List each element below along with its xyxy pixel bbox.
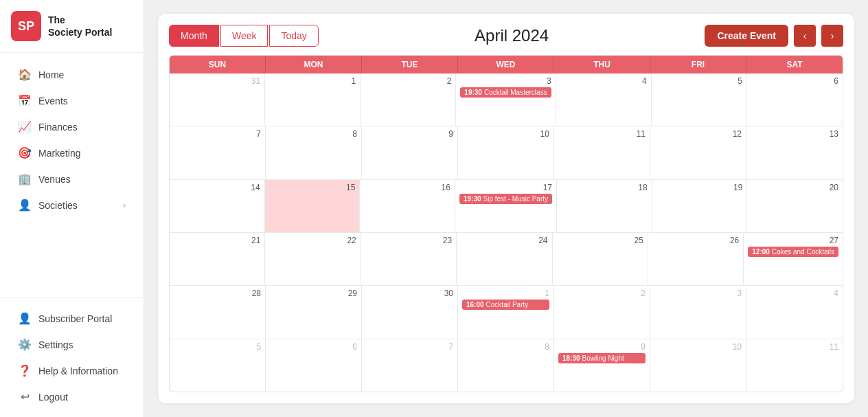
finances-icon: 📈 (18, 120, 32, 133)
calendar-day-cell[interactable]: 4 (746, 286, 843, 338)
calendar-day-cell[interactable]: 7 (362, 339, 458, 392)
calendar-day-cell[interactable]: 3 (650, 286, 746, 338)
calendar-day-cell[interactable]: 918:30Bowling Night (554, 339, 650, 392)
sidebar-bottom: 👤 Subscriber Portal⚙️ Settings❓ Help & I… (0, 297, 144, 417)
calendar-day-cell[interactable]: 24 (457, 233, 552, 285)
calendar-day-cell[interactable]: 1 (265, 74, 361, 126)
calendar-day-cell[interactable]: 8 (266, 126, 362, 179)
create-event-button[interactable]: Create Event (705, 25, 788, 47)
view-buttons: MonthWeekToday (169, 25, 319, 47)
view-btn-week[interactable]: Week (220, 25, 269, 47)
calendar-day-cell[interactable]: 2712:00Cakes and Cocktails (744, 233, 843, 285)
calendar-day-cell[interactable]: 13 (746, 126, 843, 179)
calendar-day-cell[interactable]: 29 (266, 286, 362, 338)
day-number: 13 (751, 129, 838, 139)
logout-icon: ↩ (18, 390, 32, 403)
day-number: 1 (269, 76, 356, 86)
calendar-day-cell[interactable]: 2 (361, 74, 456, 126)
day-number: 19 (656, 183, 743, 192)
event-time: 18:30 (562, 354, 580, 362)
calendar-day-cell[interactable]: 319:30Cocktail Masterclass (456, 74, 556, 126)
sidebar-nav: 🏠 Home 📅 Events 📈 Finances 🎯 Marketing 🏢… (0, 53, 144, 297)
event-pill[interactable]: 19:30Cocktail Masterclass (460, 87, 551, 98)
week-row-0: 3112319:30Cocktail Masterclass456 (170, 74, 843, 126)
calendar-day-cell[interactable]: 28 (170, 286, 266, 338)
calendar-day-cell[interactable]: 14 (170, 180, 265, 232)
calendar-day-cell[interactable]: 8 (458, 339, 554, 392)
sidebar-bottom-subscriber-portal[interactable]: 👤 Subscriber Portal (5, 306, 138, 331)
calendar-header: MonthWeekToday April 2024 Create Event ‹… (169, 25, 843, 47)
sidebar-bottom-settings[interactable]: ⚙️ Settings (5, 332, 138, 357)
view-btn-month[interactable]: Month (169, 25, 219, 47)
event-pill[interactable]: 18:30Bowling Night (558, 353, 646, 363)
day-number: 1 (462, 289, 549, 298)
calendar-day-cell[interactable]: 5 (652, 74, 747, 126)
day-number: 18 (561, 183, 648, 192)
calendar-day-cell[interactable]: 10 (458, 126, 554, 179)
calendar-day-cell[interactable]: 2 (554, 286, 650, 338)
sidebar-item-societies[interactable]: 👤 Societies › (5, 192, 138, 218)
event-pill[interactable]: 12:00Cakes and Cocktails (748, 247, 838, 257)
day-number: 11 (558, 129, 646, 139)
calendar-day-cell[interactable]: 1719:30Sip fest - Music Party (455, 180, 557, 232)
calendar-day-cell[interactable]: 16 (360, 180, 455, 232)
calendar-day-cell[interactable]: 30 (362, 286, 458, 338)
day-number: 31 (174, 76, 260, 86)
nav-label-events: Events (38, 95, 68, 106)
calendar-day-cell[interactable]: 23 (361, 233, 457, 285)
day-number: 7 (174, 129, 261, 139)
day-number: 5 (656, 76, 742, 86)
calendar-day-cell[interactable]: 4 (556, 74, 652, 126)
week-row-1: 78910111213 (170, 126, 843, 179)
calendar-day-cell[interactable]: 11 (554, 126, 650, 179)
calendar-day-cell[interactable]: 19 (652, 180, 748, 232)
calendar-day-cell[interactable]: 12 (650, 126, 746, 179)
sidebar-bottom-help[interactable]: ❓ Help & Information (5, 358, 138, 383)
calendar-day-cell[interactable]: 25 (553, 233, 648, 285)
event-time: 19:30 (464, 195, 481, 203)
nav-label-home: Home (38, 69, 64, 80)
calendar-day-cell[interactable]: 6 (747, 74, 843, 126)
nav-label-logout: Logout (38, 392, 68, 403)
day-number: 11 (751, 342, 838, 352)
societies-icon: 👤 (18, 199, 32, 212)
event-pill[interactable]: 19:30Sip fest - Music Party (459, 194, 552, 204)
sidebar-bottom-logout[interactable]: ↩ Logout (5, 384, 138, 409)
view-btn-today[interactable]: Today (269, 25, 318, 47)
nav-label-subscriber-portal: Subscriber Portal (38, 313, 112, 324)
calendar-day-cell[interactable]: 7 (170, 126, 266, 179)
calendar-day-cell[interactable]: 18 (557, 180, 652, 232)
prev-month-button[interactable]: ‹ (794, 25, 816, 47)
day-header-mon: MON (266, 56, 362, 74)
calendar-day-cell[interactable]: 5 (170, 339, 266, 392)
day-number: 28 (174, 289, 261, 298)
day-header-sat: SAT (746, 56, 843, 74)
day-number: 10 (654, 342, 742, 352)
day-number: 23 (365, 236, 452, 245)
sidebar-item-marketing[interactable]: 🎯 Marketing (5, 140, 138, 166)
day-number: 22 (269, 236, 356, 245)
calendar-day-cell[interactable]: 20 (747, 180, 843, 232)
calendar-day-cell[interactable]: 31 (170, 74, 265, 126)
help-icon: ❓ (18, 364, 32, 377)
sidebar-item-venues[interactable]: 🏢 Venues (5, 166, 138, 192)
calendar-day-cell[interactable]: 116:00Cocktail Party (458, 286, 554, 338)
day-number: 12 (654, 129, 742, 139)
calendar-day-cell[interactable]: 9 (362, 126, 458, 179)
calendar-day-cell[interactable]: 10 (650, 339, 746, 392)
event-pill[interactable]: 16:00Cocktail Party (462, 300, 549, 310)
sidebar-item-finances[interactable]: 📈 Finances (5, 114, 138, 139)
sidebar-item-home[interactable]: 🏠 Home (5, 62, 138, 87)
next-month-button[interactable]: › (821, 25, 843, 47)
calendar-day-cell[interactable]: 6 (266, 339, 362, 392)
event-time: 12:00 (752, 248, 770, 256)
day-number: 16 (364, 183, 450, 192)
calendar-day-cell[interactable]: 11 (746, 339, 843, 392)
day-number: 6 (270, 342, 357, 352)
day-header-tue: TUE (362, 56, 458, 74)
calendar-day-cell[interactable]: 26 (648, 233, 744, 285)
calendar-day-cell[interactable]: 15 (265, 180, 361, 232)
calendar-day-cell[interactable]: 22 (265, 233, 361, 285)
calendar-day-cell[interactable]: 21 (170, 233, 265, 285)
sidebar-item-events[interactable]: 📅 Events (5, 88, 138, 113)
